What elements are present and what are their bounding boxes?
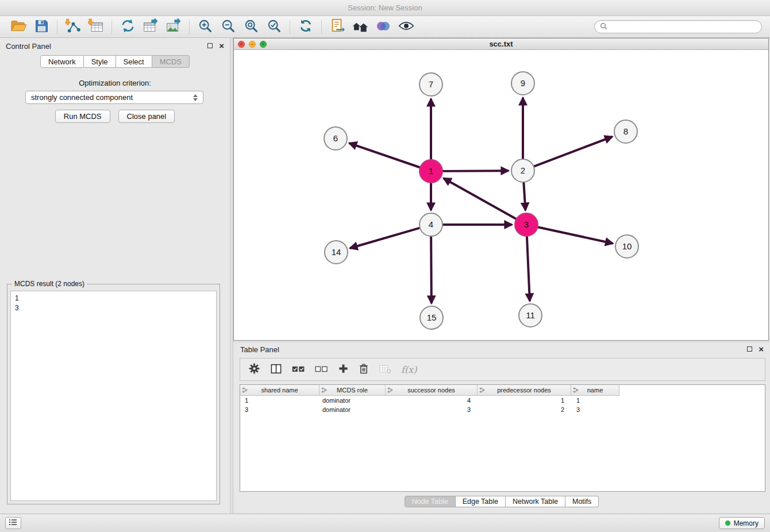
zoom-out-button[interactable]: [217, 18, 240, 36]
tab-select[interactable]: Select: [116, 55, 152, 68]
graph-edge-2-8[interactable]: [534, 137, 613, 167]
zoom-fit-icon: [244, 18, 259, 35]
graph-node-7[interactable]: 7: [419, 73, 442, 96]
application-window: Session: New Session: [0, 0, 770, 532]
open-session-button[interactable]: [7, 18, 30, 36]
zoom-in-button[interactable]: [194, 18, 217, 36]
select-all-rows-button[interactable]: [292, 364, 305, 375]
graph-node-label: 1: [429, 166, 433, 176]
graph-edge-2-3[interactable]: [523, 182, 525, 210]
cell-name[interactable]: 1: [571, 396, 619, 405]
cell-predecessor-nodes[interactable]: 2: [478, 405, 571, 414]
show-columns-button[interactable]: [270, 363, 282, 376]
trash-icon: [359, 363, 369, 376]
import-public-network-button[interactable]: [326, 18, 349, 36]
graph-edge-1-2[interactable]: [442, 171, 509, 171]
tab-network[interactable]: Network: [40, 55, 84, 68]
save-icon: [34, 19, 49, 35]
graph-node-1[interactable]: 1: [419, 160, 442, 183]
style-button[interactable]: [372, 18, 395, 36]
maximize-window-button[interactable]: +: [260, 41, 267, 48]
minimize-window-button[interactable]: −: [249, 41, 256, 48]
criterion-dropdown[interactable]: strongly connected component: [25, 91, 203, 104]
refresh-layout-button[interactable]: [294, 18, 317, 36]
cell-successor-nodes[interactable]: 3: [386, 405, 478, 414]
cell-predecessor-nodes[interactable]: 1: [478, 396, 571, 405]
column-header-successor-nodes[interactable]: successor nodes: [386, 385, 478, 396]
float-panel-icon[interactable]: [207, 43, 213, 48]
graph-node-9[interactable]: 9: [511, 72, 534, 95]
mcds-result-list[interactable]: 1 3: [10, 291, 217, 501]
cell-mcds-role[interactable]: dominator: [319, 396, 386, 405]
graph-node-10[interactable]: 10: [615, 235, 638, 258]
column-header-shared-name[interactable]: shared name: [240, 385, 319, 396]
export-table-button[interactable]: [139, 18, 162, 36]
table-settings-button[interactable]: [248, 363, 260, 376]
table-row[interactable]: 3 dominator 3 2 3: [240, 405, 765, 414]
column-header-predecessor-nodes[interactable]: predecessor nodes: [478, 385, 571, 396]
import-network-button[interactable]: [61, 18, 84, 36]
run-mcds-button[interactable]: Run MCDS: [55, 110, 110, 123]
import-table-button[interactable]: [84, 18, 107, 36]
close-window-button[interactable]: ×: [238, 41, 245, 48]
graph-node-2[interactable]: 2: [511, 159, 534, 182]
tab-motifs[interactable]: Motifs: [565, 496, 599, 507]
graph-edge-3-11[interactable]: [527, 236, 530, 301]
search-input[interactable]: [611, 23, 756, 31]
delete-column-button[interactable]: [359, 363, 369, 376]
mcds-result-title: MCDS result (2 nodes): [12, 280, 87, 288]
tab-network-table[interactable]: Network Table: [506, 496, 565, 507]
graph-node-4[interactable]: 4: [419, 213, 442, 236]
memory-button[interactable]: Memory: [719, 517, 765, 529]
close-panel-icon[interactable]: ×: [219, 43, 224, 49]
cell-shared-name[interactable]: 3: [240, 405, 319, 414]
export-network-button[interactable]: [116, 18, 139, 36]
delete-table-button-disabled: [379, 364, 391, 376]
close-table-panel-icon[interactable]: ×: [759, 346, 764, 352]
graph-node-8[interactable]: 8: [614, 120, 637, 143]
column-header-name[interactable]: name: [571, 385, 619, 396]
function-builder-button: f(x): [401, 364, 417, 375]
close-panel-button[interactable]: Close panel: [118, 110, 175, 123]
task-history-button[interactable]: [5, 517, 21, 529]
graph-node-11[interactable]: 11: [519, 304, 542, 327]
list-icon: [9, 519, 17, 527]
search-box[interactable]: [594, 20, 762, 33]
graph-node-label: 10: [622, 241, 632, 251]
cell-successor-nodes[interactable]: 4: [386, 396, 478, 405]
graph-node-6[interactable]: 6: [324, 127, 347, 150]
table-row[interactable]: 1 dominator 4 1 1: [240, 396, 765, 405]
graph-node-14[interactable]: 14: [325, 241, 348, 264]
graph-edge-3-1[interactable]: [444, 178, 517, 219]
cell-mcds-role[interactable]: dominator: [319, 405, 386, 414]
zoom-selected-button[interactable]: [263, 18, 286, 36]
graph-edge-1-6[interactable]: [349, 143, 420, 167]
cell-shared-name[interactable]: 1: [240, 396, 319, 405]
column-header-mcds-role[interactable]: MCDS role: [319, 385, 386, 396]
graph-edge-4-14[interactable]: [350, 228, 420, 248]
hide-details-button[interactable]: [395, 18, 418, 36]
home-button[interactable]: [349, 18, 372, 36]
save-session-button[interactable]: [30, 18, 53, 36]
checked-boxes-icon: [292, 364, 305, 375]
deselect-all-rows-button[interactable]: [315, 364, 328, 375]
node-table[interactable]: shared name MCDS role successor nodes pr…: [240, 384, 765, 492]
export-image-button[interactable]: [162, 18, 185, 36]
network-window-title: scc.txt: [489, 40, 513, 48]
tab-mcds[interactable]: MCDS: [152, 55, 190, 68]
graph-edge-4-15[interactable]: [431, 236, 432, 303]
cell-name[interactable]: 3: [571, 405, 619, 414]
graph-node-15[interactable]: 15: [420, 306, 443, 329]
column-type-icon: [573, 387, 579, 394]
network-canvas[interactable]: 7968124314101511: [234, 50, 768, 340]
create-column-button[interactable]: [338, 363, 349, 376]
tab-node-table[interactable]: Node Table: [405, 496, 456, 507]
float-table-panel-icon[interactable]: [747, 346, 752, 352]
column-type-icon: [242, 387, 248, 394]
network-window-titlebar[interactable]: × − + scc.txt: [234, 38, 768, 50]
zoom-fit-button[interactable]: [240, 18, 263, 36]
graph-edge-3-10[interactable]: [538, 227, 613, 243]
graph-node-3[interactable]: 3: [515, 213, 538, 236]
tab-edge-table[interactable]: Edge Table: [456, 496, 506, 507]
tab-style[interactable]: Style: [84, 55, 116, 68]
